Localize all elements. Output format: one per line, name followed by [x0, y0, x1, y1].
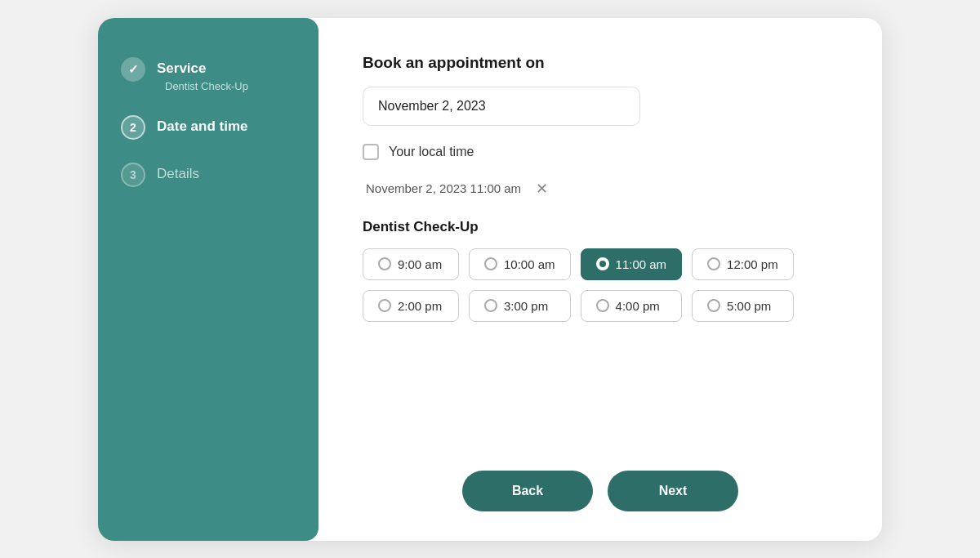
time-slot-4pm[interactable]: 4:00 pm	[581, 290, 683, 322]
time-slot-11am[interactable]: 11:00 am	[581, 248, 683, 280]
selected-datetime-text: November 2, 2023 11:00 am	[366, 181, 521, 195]
step-icon-datetime: 2	[121, 115, 145, 140]
main-content: Book an appointment on Your local time N…	[318, 18, 882, 541]
sidebar-step-details[interactable]: 3 Details	[121, 163, 296, 187]
radio-circle-11am	[596, 257, 609, 270]
time-slots-grid: 9:00 am10:00 am11:00 am12:00 pm2:00 pm3:…	[363, 248, 794, 322]
radio-circle-3pm	[484, 299, 497, 312]
check-icon: ✓	[128, 62, 139, 77]
time-slot-label-3pm: 3:00 pm	[504, 299, 548, 313]
time-slot-3pm[interactable]: 3:00 pm	[469, 290, 571, 322]
radio-circle-10am	[484, 257, 497, 270]
time-slot-10am[interactable]: 10:00 am	[469, 248, 571, 280]
time-slot-label-5pm: 5:00 pm	[727, 299, 771, 313]
time-slot-5pm[interactable]: 5:00 pm	[692, 290, 794, 322]
sidebar: ✓ Service Dentist Check-Up 2 Date and ti…	[98, 18, 318, 541]
step-icon-details: 3	[121, 163, 145, 187]
step-content-service: Service Dentist Check-Up	[157, 57, 248, 92]
time-slot-label-9am: 9:00 am	[398, 257, 442, 271]
step-label-service: Service	[157, 57, 248, 77]
time-slot-9am[interactable]: 9:00 am	[363, 248, 459, 280]
time-slot-label-11am: 11:00 am	[616, 257, 667, 271]
time-slot-label-10am: 10:00 am	[504, 257, 555, 271]
radio-circle-12pm	[707, 257, 720, 270]
book-title: Book an appointment on	[363, 54, 838, 72]
sidebar-step-service[interactable]: ✓ Service Dentist Check-Up	[121, 57, 296, 92]
clear-datetime-button[interactable]: ✕	[532, 180, 551, 198]
radio-circle-9am	[378, 257, 391, 270]
time-slot-12pm[interactable]: 12:00 pm	[692, 248, 794, 280]
step-number-datetime: 2	[130, 121, 136, 134]
next-button[interactable]: Next	[608, 471, 738, 511]
local-time-row: Your local time	[363, 144, 838, 160]
time-slot-label-2pm: 2:00 pm	[398, 299, 442, 313]
time-slot-label-12pm: 12:00 pm	[727, 257, 778, 271]
radio-circle-5pm	[707, 299, 720, 312]
step-label-details: Details	[157, 163, 199, 182]
step-sublabel-service: Dentist Check-Up	[165, 80, 248, 92]
radio-circle-4pm	[596, 299, 609, 312]
step-number-details: 3	[130, 168, 136, 181]
time-slot-label-4pm: 4:00 pm	[616, 299, 660, 313]
sidebar-step-datetime[interactable]: 2 Date and time	[121, 115, 296, 140]
time-slot-2pm[interactable]: 2:00 pm	[363, 290, 459, 322]
local-time-label: Your local time	[389, 145, 474, 159]
date-input[interactable]	[363, 87, 640, 126]
step-content-details: Details	[157, 163, 199, 182]
footer-buttons: Back Next	[363, 471, 838, 511]
step-label-datetime: Date and time	[157, 115, 247, 135]
radio-dot-11am	[599, 261, 606, 267]
service-name: Dentist Check-Up	[363, 219, 838, 235]
local-time-checkbox[interactable]	[363, 144, 379, 160]
selected-time-row: November 2, 2023 11:00 am ✕	[363, 180, 838, 198]
back-button[interactable]: Back	[462, 471, 593, 511]
booking-modal: ✓ Service Dentist Check-Up 2 Date and ti…	[98, 18, 882, 541]
step-content-datetime: Date and time	[157, 115, 247, 135]
step-icon-service: ✓	[121, 57, 145, 82]
radio-circle-2pm	[378, 299, 391, 312]
